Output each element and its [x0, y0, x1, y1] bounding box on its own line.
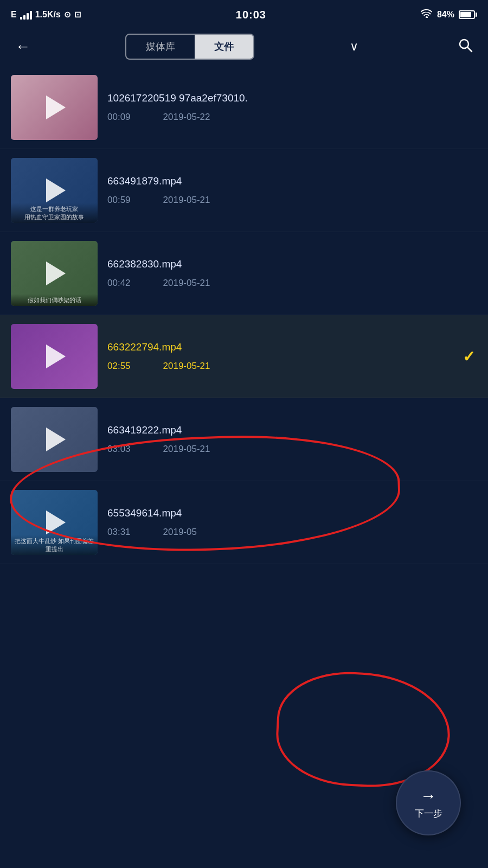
- date-2: 2019-05-21: [163, 195, 210, 206]
- video-item-3[interactable]: 假如我们偶吵架的话 662382830.mp4 00:42 2019-05-21: [0, 232, 488, 315]
- dropdown-button[interactable]: ∨: [345, 37, 363, 56]
- extra-icon1: ⊙: [64, 10, 71, 20]
- back-button[interactable]: ←: [11, 36, 35, 58]
- video-name-6: 655349614.mp4: [107, 507, 477, 519]
- play-icon-3: [46, 261, 66, 285]
- video-thumb-3: 假如我们偶吵架的话: [11, 241, 98, 306]
- play-icon-1: [46, 95, 66, 119]
- play-icon-4: [46, 344, 66, 368]
- video-item-2[interactable]: 这是一群养老玩家用热血守卫家园的故事 663491879.mp4 00:59 2…: [0, 149, 488, 232]
- thumb-text-3: 假如我们偶吵架的话: [11, 294, 98, 306]
- bar4: [30, 11, 32, 20]
- video-meta-1: 00:09 2019-05-22: [107, 112, 477, 123]
- video-thumb-4: [11, 324, 98, 389]
- video-name-4: 663222794.mp4: [107, 341, 477, 353]
- video-name-5: 663419222.mp4: [107, 424, 477, 436]
- duration-4: 02:55: [107, 361, 131, 372]
- tab-file[interactable]: 文件: [195, 35, 253, 59]
- video-info-4: 663222794.mp4 02:55 2019-05-21: [98, 341, 477, 372]
- play-icon-5: [46, 427, 66, 451]
- bar3: [27, 13, 29, 20]
- time-display: 10:03: [236, 9, 266, 21]
- status-right: 84%: [421, 9, 477, 20]
- date-1: 2019-05-22: [163, 112, 210, 123]
- next-label: 下一步: [415, 807, 442, 820]
- date-6: 2019-05: [163, 527, 197, 538]
- extra-icon2: ⊡: [74, 10, 81, 20]
- video-meta-6: 03:31 2019-05: [107, 527, 477, 538]
- video-thumb-2: 这是一群养老玩家用热血守卫家园的故事: [11, 158, 98, 223]
- play-icon-2: [46, 178, 66, 202]
- date-5: 2019-05-21: [163, 444, 210, 455]
- video-info-3: 662382830.mp4 00:42 2019-05-21: [98, 258, 477, 289]
- video-item-6[interactable]: 把这面大牛乱炒 如果刊图偏差 重提出 655349614.mp4 03:31 2…: [0, 481, 488, 564]
- video-item-5[interactable]: 663419222.mp4 03:03 2019-05-21: [0, 398, 488, 481]
- video-info-2: 663491879.mp4 00:59 2019-05-21: [98, 175, 477, 206]
- video-meta-4: 02:55 2019-05-21: [107, 361, 477, 372]
- check-mark-4: ✓: [463, 348, 475, 366]
- signal-label: E: [11, 10, 17, 20]
- top-nav: ← 媒体库 文件 ∨: [0, 27, 488, 66]
- video-info-5: 663419222.mp4 03:03 2019-05-21: [98, 424, 477, 455]
- video-info-6: 655349614.mp4 03:31 2019-05: [98, 507, 477, 538]
- duration-2: 00:59: [107, 195, 131, 206]
- svg-line-1: [467, 47, 472, 52]
- status-bar: E 1.5K/s ⊙ ⊡ 10:03 84%: [0, 0, 488, 27]
- thumb-text-2: 这是一群养老玩家用热血守卫家园的故事: [11, 203, 98, 223]
- battery-icon: [459, 10, 477, 19]
- status-left: E 1.5K/s ⊙ ⊡: [11, 10, 81, 20]
- tab-switcher: 媒体库 文件: [125, 34, 254, 60]
- bar1: [20, 17, 22, 20]
- date-4: 2019-05-21: [163, 361, 210, 372]
- tab-media[interactable]: 媒体库: [126, 35, 195, 59]
- signal-bars: [20, 10, 32, 20]
- video-name-3: 662382830.mp4: [107, 258, 477, 270]
- video-item-1[interactable]: 102617220519 97aa2ef73010. 00:09 2019-05…: [0, 66, 488, 149]
- video-thumb-5: [11, 407, 98, 472]
- speed-label: 1.5K/s: [35, 10, 61, 20]
- duration-1: 00:09: [107, 112, 131, 123]
- video-name-1: 102617220519 97aa2ef73010.: [107, 92, 477, 104]
- video-meta-5: 03:03 2019-05-21: [107, 444, 477, 455]
- thumb-text-6: 把这面大牛乱炒 如果刊图偏差 重提出: [11, 535, 98, 555]
- video-thumb-1: [11, 75, 98, 140]
- video-name-2: 663491879.mp4: [107, 175, 477, 187]
- date-3: 2019-05-21: [163, 278, 210, 289]
- video-item-4[interactable]: 663222794.mp4 02:55 2019-05-21 ✓: [0, 315, 488, 398]
- duration-6: 03:31: [107, 527, 131, 538]
- play-icon-6: [46, 510, 66, 534]
- search-button[interactable]: [453, 35, 477, 59]
- video-info-1: 102617220519 97aa2ef73010. 00:09 2019-05…: [98, 92, 477, 123]
- video-meta-3: 00:42 2019-05-21: [107, 278, 477, 289]
- duration-5: 03:03: [107, 444, 131, 455]
- duration-3: 00:42: [107, 278, 131, 289]
- wifi-icon: [421, 9, 433, 20]
- video-thumb-6: 把这面大牛乱炒 如果刊图偏差 重提出: [11, 490, 98, 555]
- bar2: [23, 15, 25, 20]
- video-list: 102617220519 97aa2ef73010. 00:09 2019-05…: [0, 66, 488, 564]
- next-button[interactable]: → 下一步: [396, 770, 461, 835]
- battery-percent: 84%: [437, 10, 454, 20]
- video-meta-2: 00:59 2019-05-21: [107, 195, 477, 206]
- next-arrow-icon: →: [420, 787, 436, 805]
